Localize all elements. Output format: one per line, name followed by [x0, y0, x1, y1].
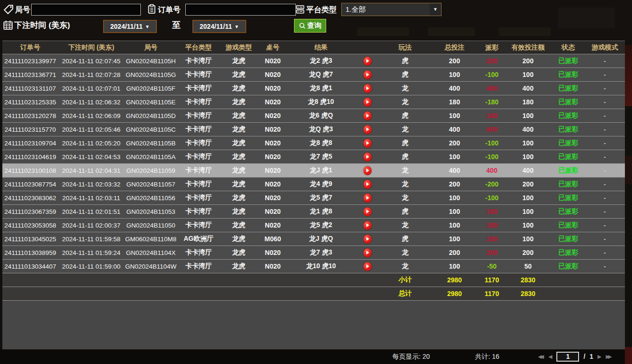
table-row[interactable]: 2411110231046192024-11-11 02:04:53GN0202… [2, 150, 625, 164]
table-row[interactable]: 2411110230830622024-11-11 02:03:11GN0202… [2, 191, 625, 205]
platform-cell: 卡卡湾厅 [177, 70, 220, 79]
table-row[interactable]: 2411110130344072024-11-11 01:59:00GN0202… [2, 260, 625, 273]
play-video-button[interactable] [364, 194, 372, 203]
play-video-button[interactable] [364, 248, 372, 257]
valid-bet-sum: 2830 [504, 290, 552, 297]
last-page-button[interactable]: ▶▶ [606, 351, 610, 362]
play-video-button[interactable] [364, 125, 372, 134]
play-video-button[interactable] [364, 262, 372, 271]
result-cell: 龙1 虎8 [288, 207, 354, 216]
play-video-button[interactable] [364, 57, 372, 66]
platform-cell: 卡卡湾厅 [177, 248, 220, 257]
status-cell: 已派彩 [552, 235, 585, 243]
table-row[interactable]: 2411110231097042024-11-11 02:05:20GN0202… [2, 136, 625, 150]
game-mode-cell: - [585, 236, 625, 243]
table-row[interactable]: 2411110231001082024-11-11 02:04:31GN0202… [2, 164, 625, 178]
table-row[interactable]: 2411110130389592024-11-11 01:59:24GN0202… [2, 246, 625, 260]
status-cell: 已派彩 [552, 84, 585, 93]
play-icon [366, 169, 369, 172]
play-video-button[interactable] [364, 139, 372, 148]
play-cell [354, 248, 381, 257]
prev-page-button[interactable]: ◀ [548, 351, 552, 362]
game-type-cell: 龙虎 [220, 248, 258, 257]
platform-cell: 卡卡湾厅 [177, 262, 220, 271]
play-icon [366, 141, 369, 145]
game-type-cell: 龙虎 [220, 70, 258, 79]
column-header: 桌号 [258, 43, 288, 52]
play-video-button[interactable] [364, 207, 372, 216]
result-cell: 龙Q 虎7 [288, 70, 354, 79]
column-header: 平台类型 [177, 43, 220, 52]
payout-cell: -100 [479, 139, 504, 147]
game-type-cell: 龙虎 [220, 57, 258, 65]
date-from-value: 2024/11/11 [110, 23, 143, 30]
bet-option-cell: 龙 [381, 221, 430, 229]
bet-time-cell: 2024-11-11 02:07:01 [58, 85, 124, 92]
table-row[interactable]: 2411110231367712024-11-11 02:07:28GN0202… [2, 68, 625, 82]
play-video-button[interactable] [364, 70, 372, 79]
play-video-button[interactable] [364, 98, 372, 107]
table-row[interactable]: 2411110230530582024-11-11 02:00:37GN0202… [2, 219, 625, 232]
play-video-button[interactable] [364, 166, 372, 175]
calendar-icon [3, 20, 13, 30]
order-number-cell: 241111023115770 [2, 126, 58, 133]
total-bet-sum: 2980 [430, 276, 479, 284]
order-number-cell: 241111023087754 [2, 181, 58, 188]
query-button[interactable]: 查询 [294, 19, 326, 33]
status-cell: 已派彩 [552, 207, 585, 216]
order-number-cell: 241111023100108 [2, 167, 58, 174]
platform-cell: 卡卡湾厅 [177, 221, 220, 229]
payout-cell: 400 [479, 85, 504, 92]
play-video-button[interactable] [364, 111, 372, 120]
play-video-button[interactable] [364, 152, 372, 161]
payout-cell: -100 [479, 153, 504, 161]
date-to-select[interactable]: 2024/11/11 ▼ [192, 20, 246, 33]
table-number-cell: N020 [258, 98, 288, 106]
order-number-cell: 241111023104619 [2, 153, 58, 161]
table-number-cell: N020 [258, 71, 288, 78]
payout-cell: 200 [479, 249, 504, 256]
play-video-button[interactable] [364, 235, 372, 244]
first-page-button[interactable]: ◀◀ [538, 351, 542, 362]
total-bet-cell: 200 [430, 249, 479, 256]
order-number-cell: 241111023053058 [2, 222, 58, 229]
status-cell: 已派彩 [552, 70, 585, 79]
result-cell: 龙5 虎2 [288, 221, 354, 229]
date-to-value: 2024/11/11 [199, 23, 232, 30]
round-number-cell: GN02024B11053 [124, 208, 177, 215]
table-row[interactable]: 2411110230877542024-11-11 02:03:32GN0202… [2, 178, 625, 191]
page-input[interactable] [556, 352, 579, 362]
platform-select[interactable]: 1.全部 ▼ [341, 3, 442, 16]
play-cell [354, 179, 381, 188]
table-row[interactable]: 2411110130450252024-11-11 01:59:58GM0602… [2, 232, 625, 246]
result-cell: 龙J 虎Q [288, 235, 354, 243]
table-row[interactable]: 2411110231311072024-11-11 02:07:01GN0202… [2, 82, 625, 95]
table-row[interactable]: 2411110231399772024-11-11 02:07:45GN0202… [2, 54, 625, 68]
date-from-select[interactable]: 2024/11/11 ▼ [103, 20, 157, 33]
platform-cell: 卡卡湾厅 [177, 207, 220, 216]
next-page-button[interactable]: ▶ [597, 351, 601, 362]
total-bet-cell: 200 [430, 57, 479, 65]
platform-cell: 卡卡湾厅 [177, 194, 220, 202]
table-row[interactable]: 2411110230673592024-11-11 02:01:51GN0202… [2, 205, 625, 219]
table-row[interactable]: 2411110231157702024-11-11 02:05:46GN0202… [2, 123, 625, 136]
round-number-input[interactable] [31, 4, 141, 16]
bet-time-cell: 2024-11-11 02:05:46 [58, 126, 124, 133]
clipboard-icon [147, 4, 157, 14]
order-number-cell: 241111023125335 [2, 99, 58, 106]
valid-bet-cell: 50 [504, 262, 552, 270]
bet-option-cell: 虎 [381, 152, 430, 161]
play-video-button[interactable] [364, 84, 372, 93]
play-icon [366, 196, 369, 200]
payout-sum: 1170 [479, 290, 504, 297]
table-row[interactable]: 2411110231202782024-11-11 02:06:09GN0202… [2, 109, 625, 123]
valid-bet-cell: 200 [504, 180, 552, 188]
tag-icon [3, 4, 14, 15]
valid-bet-cell: 100 [504, 194, 552, 202]
bet-time-cell: 2024-11-11 02:04:31 [58, 167, 124, 174]
play-video-button[interactable] [364, 180, 372, 189]
order-number-input[interactable] [185, 4, 296, 16]
play-video-button[interactable] [364, 221, 372, 230]
play-icon [366, 114, 369, 118]
table-row[interactable]: 2411110231253352024-11-11 02:06:32GN0202… [2, 95, 625, 109]
